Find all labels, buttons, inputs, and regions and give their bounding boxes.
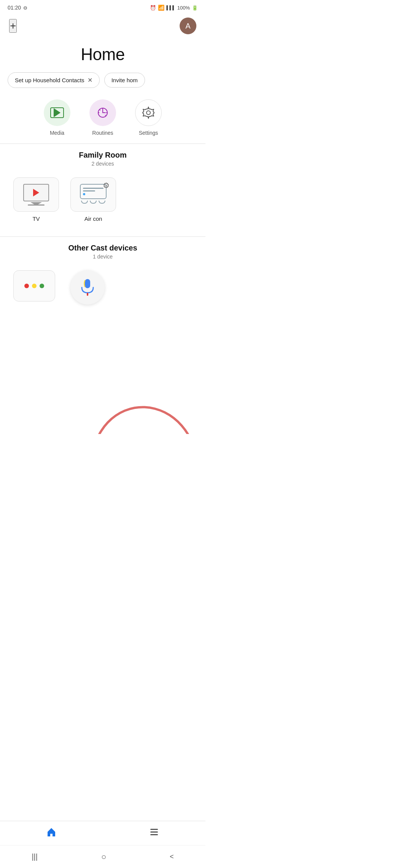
signal-icon: ▌▌▌ <box>166 5 175 10</box>
wave-1 <box>81 201 88 204</box>
other-cast-section: Other Cast devices 1 device <box>0 244 206 312</box>
tv-icon <box>23 184 49 206</box>
mic-icon <box>80 278 95 297</box>
chip-invite[interactable]: Invite hom <box>104 73 145 88</box>
divider-1 <box>0 144 206 144</box>
tv-play-icon <box>33 189 39 196</box>
status-time-area: 01:20 ⊖ <box>8 5 27 11</box>
battery-label: 100% <box>177 5 190 11</box>
other-cast-title: Other Cast devices <box>0 244 206 252</box>
chip-household-label: Set up Household Contacts <box>15 77 84 83</box>
chip-household-close[interactable]: ✕ <box>88 77 92 84</box>
aircon-waves <box>80 201 107 204</box>
time-display: 01:20 <box>8 5 21 11</box>
aircon-dot-row <box>83 193 104 195</box>
dot-red <box>24 284 29 288</box>
settings-label: Settings <box>139 130 158 136</box>
aircon-label: Air con <box>84 215 102 222</box>
google-home-dots <box>24 284 44 288</box>
avatar[interactable]: A <box>180 18 196 34</box>
dnd-icon: ⊖ <box>23 5 27 11</box>
tv-base <box>28 204 45 206</box>
routines-circle <box>89 99 116 126</box>
other-cast-subtitle: 1 device <box>0 254 206 260</box>
tv-label: TV <box>32 215 40 222</box>
device-tv[interactable]: TV <box>11 177 61 222</box>
cast-devices-grid <box>0 263 206 312</box>
svg-rect-8 <box>85 279 90 288</box>
settings-circle <box>135 99 162 126</box>
play-icon <box>54 108 61 117</box>
family-room-header: Family Room 2 devices <box>0 151 206 167</box>
quick-actions: Media Routines Settings <box>0 99 206 136</box>
routines-icon <box>96 106 109 119</box>
aircon-gear-icon: ⚙ <box>103 181 110 190</box>
wave-3 <box>99 201 105 204</box>
dot-green <box>40 284 44 288</box>
other-cast-header: Other Cast devices 1 device <box>0 244 206 260</box>
alarm-icon: ⏰ <box>150 5 156 11</box>
chip-invite-label: Invite hom <box>112 77 138 83</box>
media-icon <box>50 107 64 118</box>
settings-icon <box>142 106 155 119</box>
action-routines[interactable]: Routines <box>89 99 116 136</box>
aircon-dot <box>83 193 85 195</box>
red-circle-annotation <box>82 397 206 434</box>
aircon-icon-box: ⚙ <box>70 177 116 212</box>
svg-rect-9 <box>87 293 88 296</box>
routines-label: Routines <box>92 130 113 136</box>
aircon-line-1 <box>83 188 104 189</box>
page-title: Home <box>0 45 206 64</box>
action-media[interactable]: Media <box>44 99 70 136</box>
bottom-spacer <box>0 312 206 362</box>
aircon-icon: ⚙ <box>80 184 107 205</box>
device-google-home[interactable] <box>11 270 57 305</box>
google-mini-icon <box>70 270 105 305</box>
battery-icon: 🔋 <box>192 5 198 11</box>
family-room-subtitle: 2 devices <box>0 161 206 167</box>
chips-row: Set up Household Contacts ✕ Invite hom <box>0 72 206 88</box>
tv-icon-box <box>13 177 59 212</box>
dot-yellow <box>32 284 37 288</box>
tv-screen <box>23 184 49 201</box>
status-bar: 01:20 ⊖ ⏰ 📶 ▌▌▌ 100% 🔋 <box>0 0 206 14</box>
svg-line-5 <box>100 110 100 110</box>
aircon-line-2 <box>83 190 95 191</box>
tv-stand <box>30 202 42 204</box>
svg-point-7 <box>147 111 150 115</box>
media-label: Media <box>50 130 64 136</box>
device-google-mini[interactable] <box>65 270 110 305</box>
status-icons: ⏰ 📶 ▌▌▌ 100% 🔋 <box>150 5 198 11</box>
top-bar: + A <box>0 14 206 38</box>
google-home-icon-box <box>13 270 55 302</box>
family-room-title: Family Room <box>0 151 206 160</box>
media-circle <box>44 99 70 126</box>
divider-2 <box>0 236 206 237</box>
wifi-icon: 📶 <box>158 5 164 11</box>
action-settings[interactable]: Settings <box>135 99 162 136</box>
chip-household[interactable]: Set up Household Contacts ✕ <box>8 72 100 88</box>
add-button[interactable]: + <box>9 19 17 33</box>
family-room-devices: TV ⚙ Air con <box>0 170 206 230</box>
device-aircon[interactable]: ⚙ Air con <box>68 177 118 222</box>
wave-2 <box>90 201 97 204</box>
svg-line-6 <box>105 115 106 116</box>
